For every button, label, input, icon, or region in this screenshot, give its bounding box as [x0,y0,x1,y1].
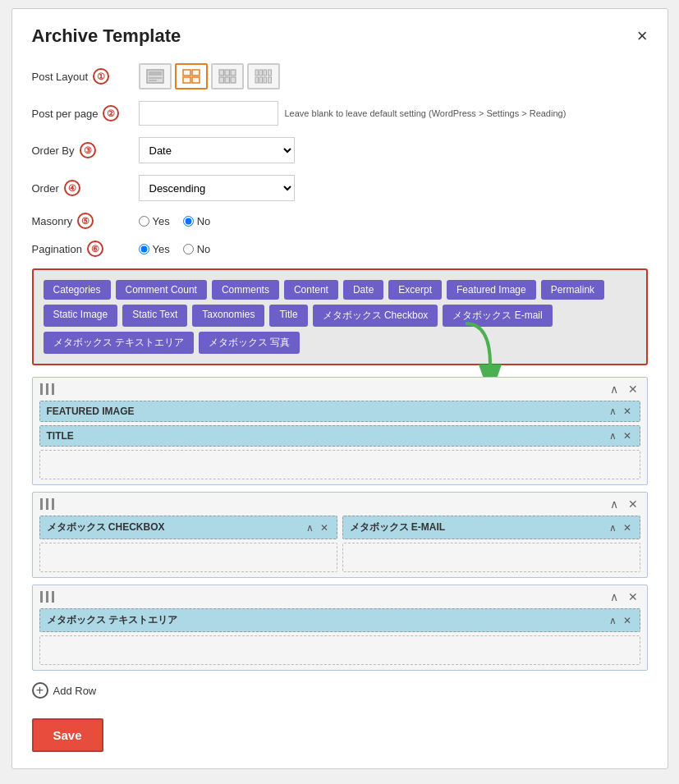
order-by-select[interactable]: Date Title Author Modified Random [139,137,295,163]
masonry-label: Masonry ⑤ [32,213,139,229]
tag-metabox-photo[interactable]: メタボックス 写真 [199,332,300,354]
rows-area: ∧ ✕ FEATURED IMAGE ∧ ✕ [32,377,648,671]
layout-icon-group [139,63,280,89]
field-metabox-textarea-del[interactable]: ✕ [622,615,633,626]
tag-static-text[interactable]: Static Text [122,305,187,327]
row-3-collapse-btn[interactable]: ∧ [608,590,621,603]
svg-rect-4 [183,70,190,76]
pagination-no-label[interactable]: No [183,243,211,255]
row-1: ∧ ✕ FEATURED IMAGE ∧ ✕ [32,377,648,485]
layout-icon-single[interactable] [139,63,172,89]
field-featured-image[interactable]: FEATURED IMAGE ∧ ✕ [39,401,640,422]
add-row-button[interactable]: + Add Row [32,679,97,702]
pagination-yes-label[interactable]: Yes [139,243,170,255]
order-select[interactable]: Descending Ascending [139,175,295,201]
step-num-1: ① [93,68,109,85]
archive-template-modal: Archive Template × Post Layout ① [11,8,668,769]
svg-rect-19 [259,77,263,83]
tag-title[interactable]: Title [269,305,307,327]
step-num-5: ⑤ [77,213,94,229]
order-by-controls: Date Title Author Modified Random [139,137,648,163]
field-title[interactable]: TITLE ∧ ✕ [39,425,640,447]
row-2: ∧ ✕ メタボックス CHECKBOX ∧ ✕ [32,492,648,578]
row-2-col-2-empty [342,543,640,572]
field-metabox-email-up[interactable]: ∧ [608,522,618,534]
svg-rect-20 [264,77,267,83]
modal-header: Archive Template × [32,25,648,47]
svg-rect-16 [264,70,267,76]
tag-taxonomies[interactable]: Taxonomies [192,305,264,327]
field-metabox-textarea[interactable]: メタボックス テキストエリア ∧ ✕ [39,608,640,632]
svg-rect-21 [268,77,271,83]
field-metabox-email[interactable]: メタボックス E-MAIL ∧ ✕ [342,516,640,539]
layout-icon-grid-4[interactable] [247,63,280,89]
tag-comments[interactable]: Comments [212,280,279,300]
tag-content[interactable]: Content [284,280,338,300]
row-3-columns: メタボックス テキストエリア ∧ ✕ [39,608,640,665]
row-3-controls: ∧ ✕ [608,590,640,603]
pagination-controls: Yes No [139,243,648,255]
field-metabox-checkbox-up[interactable]: ∧ [305,522,315,534]
masonry-no-radio[interactable] [183,216,194,227]
svg-rect-11 [219,77,224,83]
row-2-col-2: メタボックス E-MAIL ∧ ✕ [342,516,640,572]
field-featured-image-up[interactable]: ∧ [608,406,618,417]
step-num-6: ⑥ [87,241,103,257]
field-metabox-checkbox[interactable]: メタボックス CHECKBOX ∧ ✕ [39,516,337,539]
tag-excerpt[interactable]: Excerpt [388,280,442,300]
svg-rect-13 [231,77,236,83]
row-3-drag-handle[interactable] [39,591,55,603]
pagination-no-radio[interactable] [183,244,194,254]
svg-rect-14 [255,70,259,76]
tag-categories[interactable]: Categories [44,280,111,300]
post-per-page-hint: Leave blank to leave default setting (Wo… [285,108,567,118]
tag-metabox-email[interactable]: メタボックス E-mail [443,305,552,327]
field-title-del[interactable]: ✕ [622,430,633,442]
row-3-delete-btn[interactable]: ✕ [626,590,640,603]
masonry-controls: Yes No [139,215,648,227]
field-metabox-textarea-up[interactable]: ∧ [608,615,618,626]
add-row-icon: + [32,682,48,699]
row-1-col-1-empty [39,450,640,479]
masonry-yes-label[interactable]: Yes [139,215,170,227]
row-2-drag-handle[interactable] [39,498,55,510]
row-2-col-1-empty [39,543,337,572]
row-2-delete-btn[interactable]: ✕ [626,497,640,511]
post-per-page-input[interactable] [139,101,278,126]
row-2-collapse-btn[interactable]: ∧ [608,497,621,511]
row-1-collapse-btn[interactable]: ∧ [608,383,621,396]
pagination-yes-radio[interactable] [139,244,149,254]
tag-featured-image[interactable]: Featured Image [447,280,536,300]
row-2-columns: メタボックス CHECKBOX ∧ ✕ メタボックス E-MA [39,516,640,572]
field-metabox-checkbox-del[interactable]: ✕ [319,522,330,534]
layout-icon-grid-3[interactable] [211,63,244,89]
tag-metabox-textarea[interactable]: メタボックス テキストエリア [44,332,194,354]
row-1-delete-btn[interactable]: ✕ [626,383,640,396]
tag-comment-count[interactable]: Comment Count [116,280,207,300]
row-2-header: ∧ ✕ [39,497,640,511]
row-3-col-1-empty [39,635,640,665]
field-featured-image-del[interactable]: ✕ [622,406,633,417]
tag-permalink[interactable]: Permalink [541,280,604,300]
close-button[interactable]: × [637,27,648,45]
field-metabox-email-del[interactable]: ✕ [622,522,633,534]
masonry-no-label[interactable]: No [183,215,211,227]
svg-rect-5 [192,70,200,76]
drag-tags-container: Categories Comment Count Comments Conten… [44,280,636,354]
row-3-col-1: メタボックス テキストエリア ∧ ✕ [39,608,640,665]
masonry-yes-radio[interactable] [139,216,149,227]
add-row-label: Add Row [53,685,97,697]
tag-static-image[interactable]: Static Image [44,305,118,327]
tag-metabox-checkbox[interactable]: メタボックス Checkbox [313,305,438,327]
masonry-row: Masonry ⑤ Yes No [32,213,648,229]
layout-icon-grid-2[interactable] [175,63,208,89]
pagination-label: Pagination ⑥ [32,241,139,257]
order-controls: Descending Ascending [139,175,648,201]
row-1-drag-handle[interactable] [39,383,55,395]
modal-title: Archive Template [32,25,181,47]
save-button[interactable]: Save [32,718,103,752]
post-per-page-row: Post per page ② Leave blank to leave def… [32,101,648,126]
svg-rect-17 [268,70,271,76]
field-title-up[interactable]: ∧ [608,430,618,442]
tag-date[interactable]: Date [343,280,383,300]
